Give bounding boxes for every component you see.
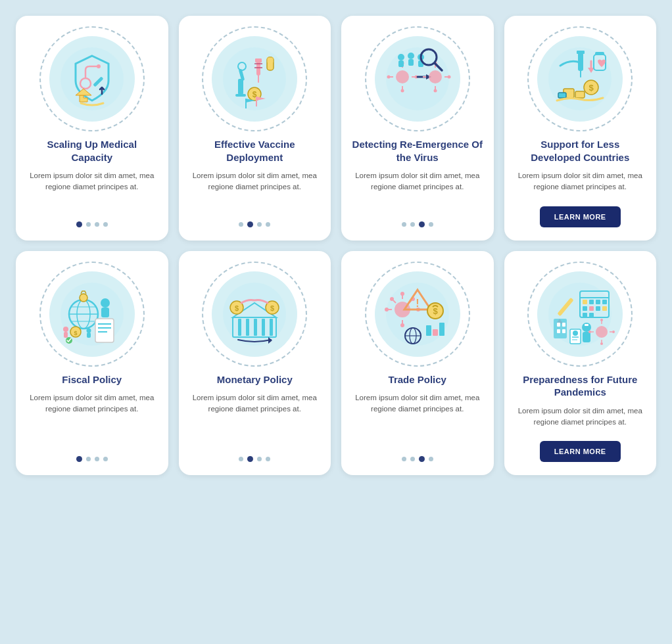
dot-monetary-policy-3[interactable] <box>266 457 270 461</box>
svg-rect-7 <box>238 79 243 95</box>
icon-circle-vaccine-deployment: $ <box>202 26 307 131</box>
svg-rect-124 <box>596 300 600 304</box>
svg-rect-125 <box>602 300 607 304</box>
svg-rect-127 <box>589 306 594 311</box>
svg-point-24 <box>396 70 409 83</box>
svg-point-148 <box>600 319 603 321</box>
svg-rect-60 <box>558 93 566 98</box>
svg-rect-43 <box>398 60 404 67</box>
svg-rect-138 <box>562 329 565 333</box>
svg-rect-88 <box>262 319 265 336</box>
svg-point-41 <box>447 76 450 79</box>
card-title-detecting-reemergence: Detecting Re-Emergence Of the Virus <box>352 138 483 164</box>
svg-point-150 <box>600 342 603 345</box>
card-body-scaling-medical: Lorem ipsum dolor sit dim amet, mea regi… <box>26 170 158 214</box>
card-detecting-reemergence: Detecting Re-Emergence Of the VirusLorem… <box>341 16 494 241</box>
svg-rect-55 <box>595 52 604 55</box>
dot-trade-policy-3[interactable] <box>429 457 433 461</box>
svg-point-38 <box>433 89 437 93</box>
dot-trade-policy-0[interactable] <box>402 457 406 461</box>
dot-fiscal-policy-2[interactable] <box>95 457 99 461</box>
dot-fiscal-policy-0[interactable] <box>76 456 82 462</box>
dot-vaccine-deployment-2[interactable] <box>257 222 262 227</box>
svg-rect-134 <box>554 319 567 338</box>
svg-text:$: $ <box>270 304 274 312</box>
dot-vaccine-deployment-1[interactable] <box>247 221 253 227</box>
card-body-fiscal-policy: Lorem ipsum dolor sit dim amet, mea regi… <box>26 392 158 448</box>
dot-monetary-policy-2[interactable] <box>257 457 262 461</box>
svg-rect-12 <box>255 58 262 62</box>
svg-rect-16 <box>267 57 274 62</box>
card-body-detecting-reemergence: Lorem ipsum dolor sit dim amet, mea regi… <box>352 170 483 214</box>
dots-trade-policy <box>402 456 433 462</box>
svg-point-2 <box>97 64 101 68</box>
svg-point-146 <box>596 326 608 338</box>
svg-rect-70 <box>95 319 114 342</box>
dots-fiscal-policy <box>76 456 108 462</box>
svg-point-44 <box>408 53 414 59</box>
svg-rect-86 <box>246 319 249 336</box>
dot-fiscal-policy-3[interactable] <box>103 457 108 461</box>
svg-text:$: $ <box>589 83 594 93</box>
dot-monetary-policy-0[interactable] <box>239 457 243 461</box>
icon-svg-monetary-policy: $ $ <box>218 278 291 350</box>
svg-rect-126 <box>583 306 587 311</box>
svg-rect-79 <box>87 333 91 338</box>
svg-point-67 <box>80 294 87 302</box>
card-future-pandemics: Preparedness for Future PandemicsLorem i… <box>504 251 657 476</box>
icon-svg-support-countries: $ <box>544 43 616 115</box>
dot-detecting-reemergence-0[interactable] <box>402 222 406 227</box>
dot-monetary-policy-1[interactable] <box>247 456 253 462</box>
dots-monetary-policy <box>239 456 270 462</box>
card-body-trade-policy: Lorem ipsum dolor sit dim amet, mea regi… <box>352 392 483 448</box>
dot-scaling-medical-3[interactable] <box>103 222 108 227</box>
card-title-support-countries: Support for Less Developed Countries <box>515 138 646 164</box>
dot-trade-policy-1[interactable] <box>410 457 415 461</box>
svg-text:$: $ <box>235 304 239 312</box>
dot-detecting-reemergence-2[interactable] <box>419 221 425 227</box>
svg-point-106 <box>390 297 394 301</box>
icon-circle-scaling-medical <box>39 26 145 131</box>
svg-rect-8 <box>235 94 246 97</box>
dot-vaccine-deployment-3[interactable] <box>266 222 270 227</box>
svg-rect-113 <box>426 325 431 336</box>
icon-circle-future-pandemics <box>527 262 633 367</box>
dot-scaling-medical-1[interactable] <box>86 222 91 227</box>
svg-rect-89 <box>270 319 273 336</box>
learn-more-button-future-pandemics[interactable]: LEARN MORE <box>540 441 621 462</box>
svg-rect-131 <box>589 313 594 317</box>
svg-point-42 <box>398 54 404 60</box>
icon-circle-trade-policy: ! $ <box>365 262 470 367</box>
svg-rect-85 <box>238 319 241 336</box>
dot-detecting-reemergence-1[interactable] <box>410 222 415 227</box>
svg-rect-51 <box>578 53 583 71</box>
svg-rect-129 <box>602 306 607 311</box>
svg-rect-136 <box>562 323 565 327</box>
svg-point-28 <box>400 89 404 93</box>
svg-point-143 <box>573 331 578 336</box>
card-fiscal-policy: $ Fiscal PolicyLorem ipsum dolor sit dim… <box>16 251 168 476</box>
icon-svg-trade-policy: ! $ <box>381 278 454 350</box>
svg-rect-135 <box>557 323 560 327</box>
card-title-fiscal-policy: Fiscal Policy <box>62 373 122 386</box>
svg-text:$: $ <box>74 330 77 336</box>
dot-scaling-medical-2[interactable] <box>95 222 99 227</box>
icon-svg-scaling-medical <box>56 43 128 115</box>
card-monetary-policy: $ $ Monetary PolicyLorem ipsum dolor sit… <box>179 251 331 476</box>
icon-svg-fiscal-policy: $ <box>56 278 128 350</box>
dot-scaling-medical-0[interactable] <box>76 221 82 227</box>
svg-point-76 <box>63 327 68 332</box>
dot-vaccine-deployment-0[interactable] <box>239 222 243 227</box>
dot-trade-policy-2[interactable] <box>419 456 425 462</box>
svg-rect-123 <box>589 300 594 304</box>
svg-rect-115 <box>439 323 444 336</box>
card-scaling-medical: Scaling Up Medical CapacityLorem ipsum d… <box>16 16 168 241</box>
svg-rect-141 <box>585 324 588 326</box>
icon-circle-support-countries: $ <box>527 26 633 131</box>
card-title-trade-policy: Trade Policy <box>389 373 446 386</box>
card-title-vaccine-deployment: Effective Vaccine Deployment <box>189 138 321 164</box>
dot-detecting-reemergence-3[interactable] <box>429 222 433 227</box>
svg-rect-45 <box>408 59 414 66</box>
dot-fiscal-policy-1[interactable] <box>86 457 91 461</box>
learn-more-button-support-countries[interactable]: LEARN MORE <box>540 206 621 227</box>
